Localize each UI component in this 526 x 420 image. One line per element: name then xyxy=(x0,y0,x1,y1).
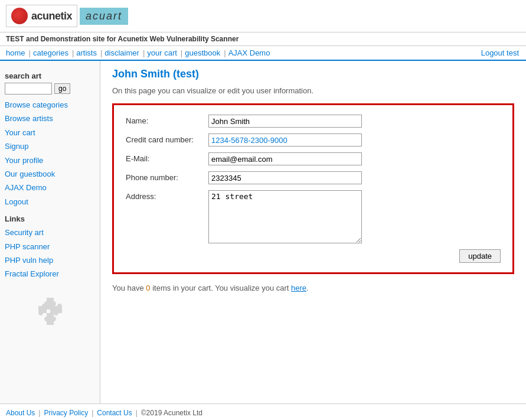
cc-row: Credit card number: xyxy=(126,134,501,146)
header: acunetix acuart xyxy=(0,0,526,32)
cart-info: You have 0 items in your cart. You visua… xyxy=(112,284,514,292)
subheader: TEST and Demonstration site for Acunetix… xyxy=(0,32,526,46)
update-row: update xyxy=(126,249,501,263)
footer-sep-1: | xyxy=(38,409,40,417)
phone-input[interactable] xyxy=(208,171,362,184)
footer: About Us | Privacy Policy | Contact Us |… xyxy=(0,403,526,420)
cart-text-middle: items in your cart. You visualize you ca… xyxy=(151,284,291,292)
nav-categories[interactable]: categories xyxy=(33,48,68,57)
nav-sep-6: | xyxy=(224,48,226,57)
logo-text: acunetix xyxy=(31,10,72,22)
sidebar-php-scanner[interactable]: PHP scanner xyxy=(5,240,95,253)
acunetix-logo-icon xyxy=(11,8,28,24)
sidebar-ajax-demo[interactable]: AJAX Demo xyxy=(5,181,95,194)
sidebar-your-profile[interactable]: Your profile xyxy=(5,154,95,167)
email-label: E-Mail: xyxy=(126,152,208,163)
footer-sep-2: | xyxy=(92,409,93,417)
go-button[interactable]: go xyxy=(54,83,70,94)
nav-home[interactable]: home xyxy=(6,48,25,57)
nav-sep-2: | xyxy=(72,48,74,57)
search-box: go xyxy=(5,83,95,95)
logo-acunetix: acunetix xyxy=(6,5,77,27)
name-row: Name: xyxy=(126,115,501,128)
nav-logout[interactable]: Logout test xyxy=(481,48,519,57)
footer-contact-us[interactable]: Contact Us xyxy=(97,409,132,417)
links-section: Links Security art PHP scanner PHP vuln … xyxy=(5,214,95,281)
cart-text-after: . xyxy=(306,284,309,292)
search-art-label: search art xyxy=(5,71,95,80)
footer-about-us[interactable]: About Us xyxy=(6,409,35,417)
cart-here-link[interactable]: here xyxy=(291,284,306,292)
sidebar-browse-artists[interactable]: Browse artists xyxy=(5,112,95,125)
phone-label: Phone number: xyxy=(126,171,208,182)
sidebar-fractal-explorer[interactable]: Fractal Explorer xyxy=(5,267,95,281)
phone-row: Phone number: xyxy=(126,171,501,184)
name-label: Name: xyxy=(126,115,208,125)
profile-form-box: Name: Credit card number: E-Mail: Phone … xyxy=(112,103,514,274)
sidebar-signup[interactable]: Signup xyxy=(5,139,95,153)
cart-count: 0 xyxy=(146,284,150,292)
sidebar: search art go Browse categories Browse a… xyxy=(0,61,100,403)
cart-text-before: You have xyxy=(112,284,146,292)
nav-guestbook[interactable]: guestbook xyxy=(185,48,220,57)
subheader-prefix: TEST and Demonstration site for xyxy=(6,35,118,43)
nav-your-cart[interactable]: your cart xyxy=(147,48,177,57)
address-row: Address: 21 street xyxy=(126,190,501,243)
email-input[interactable] xyxy=(208,152,362,165)
sidebar-php-vuln-help[interactable]: PHP vuln help xyxy=(5,253,95,267)
nav-ajax-demo[interactable]: AJAX Demo xyxy=(228,48,270,57)
address-label: Address: xyxy=(126,190,208,201)
sidebar-logout[interactable]: Logout xyxy=(5,195,95,209)
sidebar-your-cart[interactable]: Your cart xyxy=(5,126,95,139)
layout: search art go Browse categories Browse a… xyxy=(0,61,526,403)
links-title: Links xyxy=(5,214,95,223)
footer-copyright: ©2019 Acunetix Ltd xyxy=(141,409,202,417)
nav-sep-5: | xyxy=(181,48,182,57)
nav: home | categories | artists | disclaimer… xyxy=(0,46,526,61)
search-input[interactable] xyxy=(5,83,52,95)
logo-acuart: acuart xyxy=(80,8,128,25)
sidebar-puzzle-icon-container xyxy=(5,293,95,326)
nav-sep-4: | xyxy=(143,48,145,57)
sidebar-browse-categories[interactable]: Browse categories xyxy=(5,98,95,112)
page-subtitle: On this page you can visualize or edit y… xyxy=(112,86,514,95)
address-textarea[interactable]: 21 street xyxy=(208,190,362,243)
footer-privacy-policy[interactable]: Privacy Policy xyxy=(44,409,88,417)
update-button[interactable]: update xyxy=(459,249,501,263)
nav-artists[interactable]: artists xyxy=(76,48,97,57)
sidebar-our-guestbook[interactable]: Our guestbook xyxy=(5,167,95,181)
subheader-brand: Acunetix Web Vulnerability Scanner xyxy=(118,35,239,43)
email-row: E-Mail: xyxy=(126,152,501,165)
puzzle-icon xyxy=(34,293,67,326)
nav-sep-1: | xyxy=(29,48,31,57)
cc-input[interactable] xyxy=(208,134,362,146)
nav-disclaimer[interactable]: disclaimer xyxy=(104,48,139,57)
main-content: John Smith (test) On this page you can v… xyxy=(100,61,526,403)
page-title: John Smith (test) xyxy=(112,68,514,80)
sidebar-security-art[interactable]: Security art xyxy=(5,226,95,239)
footer-sep-3: | xyxy=(136,409,138,417)
cc-label: Credit card number: xyxy=(126,134,208,144)
name-input[interactable] xyxy=(208,115,362,128)
nav-sep-3: | xyxy=(100,48,102,57)
